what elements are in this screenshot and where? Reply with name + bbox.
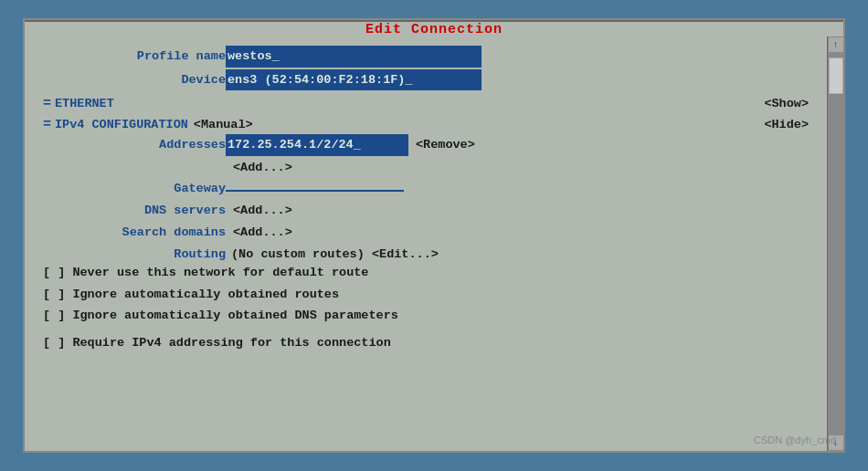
search-label: Search domains — [43, 223, 226, 243]
checkbox2-text[interactable]: [ ] Ignore automatically obtained routes — [43, 285, 339, 305]
profile-name-row: Profile name westos_ — [43, 46, 809, 68]
gateway-row: Gateway — [43, 179, 809, 199]
addresses-row: Addresses 172.25.254.1/2/24_ <Remove> — [43, 134, 809, 156]
gateway-input[interactable] — [226, 190, 404, 192]
scrollbar[interactable]: ↑ ↓ — [827, 37, 843, 451]
scroll-thumb[interactable] — [829, 58, 843, 94]
dns-row: DNS servers <Add...> — [43, 201, 809, 221]
ethernet-show-button[interactable]: <Show> — [764, 97, 809, 110]
form-area: Profile name westos_ Device ens3 (52:54:… — [25, 37, 827, 451]
ethernet-section-header: = ETHERNET <Show> — [43, 96, 809, 111]
ethernet-marker: = — [43, 96, 51, 111]
device-label: Device — [43, 70, 226, 90]
routing-value[interactable]: (No custom routes) <Edit...> — [231, 247, 439, 261]
add-search-button[interactable]: <Add...> — [233, 223, 292, 243]
dns-label: DNS servers — [43, 201, 226, 221]
title-bar: Edit Connection — [25, 20, 843, 37]
content-wrapper: Profile name westos_ Device ens3 (52:54:… — [25, 37, 843, 451]
scroll-track[interactable] — [828, 53, 843, 434]
add-address-button[interactable]: <Add...> — [233, 158, 292, 178]
profile-name-input[interactable]: westos_ — [226, 46, 482, 68]
checkbox3-text[interactable]: [ ] Ignore automatically obtained DNS pa… — [43, 306, 398, 326]
ipv4-title: IPv4 CONFIGURATION — [55, 118, 188, 131]
main-window: Edit Connection Profile name westos_ Dev… — [23, 18, 845, 453]
search-row: Search domains <Add...> — [43, 223, 809, 243]
checkbox4-text[interactable]: [ ] Require IPv4 addressing for this con… — [43, 333, 391, 353]
window-title: Edit Connection — [365, 22, 503, 37]
device-row: Device ens3 (52:54:00:F2:18:1F)_ — [43, 69, 809, 91]
ethernet-title: ETHERNET — [55, 97, 114, 110]
ipv4-hide-button[interactable]: <Hide> — [764, 118, 809, 131]
scroll-up-arrow[interactable]: ↑ — [828, 37, 844, 53]
add-address-row: <Add...> — [43, 158, 809, 178]
addresses-label: Addresses — [43, 135, 226, 155]
checkbox1-text[interactable]: [ ] Never use this network for default r… — [43, 263, 368, 283]
watermark: CSDN @dyh_cmd — [754, 434, 836, 445]
routing-label: Routing — [43, 247, 226, 261]
checkbox3-row: [ ] Ignore automatically obtained DNS pa… — [43, 306, 809, 326]
routing-row: Routing (No custom routes) <Edit...> — [43, 247, 809, 261]
ipv4-marker: = — [43, 117, 51, 132]
checkbox1-row: [ ] Never use this network for default r… — [43, 263, 809, 283]
checkbox2-row: [ ] Ignore automatically obtained routes — [43, 285, 809, 305]
device-input[interactable]: ens3 (52:54:00:F2:18:1F)_ — [226, 69, 482, 91]
profile-name-label: Profile name — [43, 47, 226, 67]
ipv4-mode[interactable]: <Manual> — [194, 118, 253, 131]
add-dns-button[interactable]: <Add...> — [233, 201, 292, 221]
ipv4-section-header: = IPv4 CONFIGURATION <Manual> <Hide> — [43, 117, 809, 132]
gateway-label: Gateway — [43, 179, 226, 199]
addresses-input[interactable]: 172.25.254.1/2/24_ — [226, 134, 408, 156]
remove-address-button[interactable]: <Remove> — [416, 135, 475, 155]
checkbox4-row: [ ] Require IPv4 addressing for this con… — [43, 333, 809, 353]
